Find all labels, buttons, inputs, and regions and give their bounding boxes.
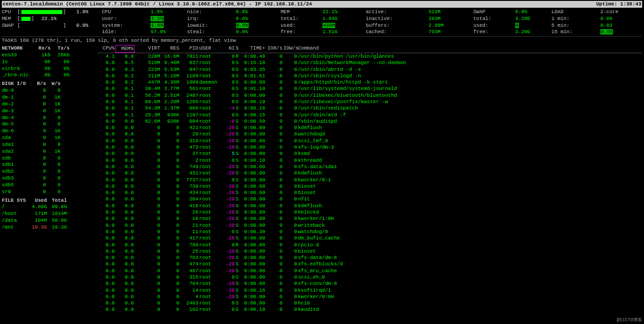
table-row: 0.0 0.0 82.6M 920K 804 root -8 S 0:00.50…: [97, 118, 642, 125]
mem-bar-row: MEM [ ] 22.1%: [2, 15, 97, 22]
table-row: 0.0 0.0 0 0 16 root -20 S 0:00.00 0 0 kw…: [97, 215, 642, 222]
process-table-header: CPU% MEM% VIRT RES PID USER NI S TIME+ I…: [97, 45, 642, 53]
left-info-panel: NETWORK Rx/s Tx/s ens33 1kb 26Kb lo 0b 0…: [2, 45, 97, 313]
filesystem-section: FILE SYS Used Total /4.69G99.8G /boot171…: [2, 197, 97, 231]
table-row: 0.0 0.0 0 0 764 root -20 S 0:00.00 0 0 x…: [97, 280, 642, 287]
table-row: 0.0 0.0 0 0 25 root -20 S 0:00.00 0 0 bi…: [97, 248, 642, 254]
table-row: 0.0 0.0 0 0 26 root -20 S 0:00.00 0 0 kb…: [97, 209, 642, 215]
table-row: 0.0 0.3 223M 5.53M 847 root 0 S 0:03.35 …: [97, 66, 642, 73]
table-row: 0.0 0.1 89.6M 2.20M 1295 root 0 S 0:00.1…: [97, 99, 642, 105]
table-row: 0.0 0.0 0 0 11 root 0 S 0:00.30 0 0 watc…: [97, 229, 642, 235]
table-row: 0.0 0.1 38.4M 3.77M 561 root 0 S 0:01.10…: [97, 85, 642, 92]
main-content: NETWORK Rx/s Tx/s ens33 1kb 26Kb lo 0b 0…: [2, 45, 642, 313]
tasks-summary: TASKS 160 (278 thr), 1 run, 159 slp, 0 o…: [2, 36, 642, 44]
table-row: 0.0 0.0 0 0 467 root -20 S 0:00.00 0 0 x…: [97, 268, 642, 274]
table-row: 0.0 0.1 54.3M 1.37M 806 root -4 S 0:00.1…: [97, 105, 642, 111]
header-bar: centos-7.localdomain (CentOS Linux 7.7.1…: [2, 1, 642, 8]
network-section: NETWORK Rx/s Tx/s ens33 1kb 26Kb lo 0b 0…: [2, 45, 97, 79]
cpu-bar-row: CPU [ ] 1.9%: [2, 9, 97, 15]
table-row: 0.0 0.0 0 0 29 root -20 S 0:00.00 0 0 wa…: [97, 131, 642, 137]
table-row: 0.0 0.0 0 0 434 root -20 S 0:00.00 0 0 b…: [97, 189, 642, 196]
table-row: 0.0 0.5 519M 9.46M 837 root 0 S 0:15.18 …: [97, 60, 642, 66]
table-row: 0.0 0.0 0 0 799 root 0 R 0:00.00 0 0 rpc…: [97, 242, 642, 248]
table-row: 0.0 0.0 0 0 418 root -20 S 0:00.00 0 0 k…: [97, 203, 642, 209]
swap-bar-row: SWAP [ ] 0.0%: [2, 22, 97, 29]
hostname-info: centos-7.localdomain (CentOS Linux 7.7.1…: [3, 1, 312, 8]
table-row: 0.0 0.2 447M 4.36M 1909 daemon 0 S 0:00.…: [97, 79, 642, 85]
table-row: 0.0 0.1 56.2M 2.51M 2487 root 0 S 0:00.0…: [97, 92, 642, 99]
process-table: CPU% MEM% VIRT RES PID USER NI S TIME+ I…: [97, 45, 642, 313]
resource-bars: CPU [ ] 1.9% MEM [ ] 22.1% SWAP [ ] 0.0%: [2, 9, 97, 35]
table-row: 0.0 0.0 0 0 7737 root 0 S 0:00.00 0 0 kw…: [97, 177, 642, 183]
table-row: 0.0 0.0 0 0 417 root -20 S 0:00.00 0 0 d…: [97, 235, 642, 241]
table-row: 0.0 0.0 0 0 763 root -20 S 0:00.00 0 0 x…: [97, 254, 642, 261]
terminal-screen: centos-7.localdomain (CentOS Linux 7.7.1…: [0, 0, 644, 324]
table-row: 0.0 0.0 0 0 2 root 0 S 0:00.10 0 0 kthre…: [97, 157, 642, 164]
table-row: 0.0 0.0 0 0 14 root -20 S 0:00.16 0 0 ks…: [97, 287, 642, 294]
table-row: 0.0 0.0 0 0 284 root -20 S 0:00.00 0 0 n…: [97, 196, 642, 202]
table-row: 0.0 0.0 0 0 319 root -20 S 0:00.00 0 0 s…: [97, 138, 642, 144]
disk-section: DISK I/O R/s W/s dm-000 dm-101K dm-201K …: [2, 80, 97, 195]
cpu-stats-detail: CPU 1.9% nice: 0.0% MEM 22.1% active: 52…: [97, 9, 642, 35]
table-row: 0.0 0.1 25.3M 936K 1197 root 0 S 0:00.15…: [97, 112, 642, 118]
table-row: 0.0 0.0 0 0 474 root -20 S 0:00.00 0 0 x…: [97, 261, 642, 267]
table-row: 0.0 0.0 0 0 421 root -20 S 0:00.00 0 0 k…: [97, 125, 642, 131]
table-row: 0.0 0.0 0 0 749 root -20 S 0:00.00 0 0 x…: [97, 164, 642, 170]
watermark: @51CTO博客: [617, 317, 642, 324]
table-row: 0.0 0.0 0 0 473 root -20 S 0:00.00 0 0 x…: [97, 144, 642, 150]
table-row: 0.0 0.0 0 0 2483 root 0 S 0:00.00 0 0 hc…: [97, 300, 642, 306]
table-row: 0.0 0.0 0 0 102 root 0 S 0:00.10 0 0 kau…: [97, 306, 642, 313]
table-row: 4.1 0.8 228M 16.6M 7811 root 0 R 0:00.46…: [97, 53, 642, 60]
table-row: 0.0 0.0 0 0 21 root -20 S 0:00.00 0 0 wr…: [97, 222, 642, 229]
table-row: 0.0 0.2 211M 5.16M 1189 root 0 S 0:01.61…: [97, 73, 642, 79]
table-row: 0.0 0.0 0 0 738 root -20 S 0:00.00 0 0 b…: [97, 183, 642, 189]
table-row: 0.0 0.0 0 0 431 root -20 S 0:00.00 0 0 k…: [97, 170, 642, 176]
table-row: 0.0 0.0 0 0 315 root 0 S 0:00.00 0 0 scs…: [97, 274, 642, 280]
process-rows-container: 4.1 0.8 228M 16.6M 7811 root 0 R 0:00.46…: [97, 53, 642, 313]
table-row: 0.0 0.0 0 0 37 root 5 S 0:00.00 0 0 ksmd: [97, 150, 642, 157]
uptime-display: Uptime: 1:38:43: [596, 1, 641, 8]
table-row: 0.0 0.0 0 0 4 root -20 S 0:00.00 0 0 kwo…: [97, 294, 642, 300]
